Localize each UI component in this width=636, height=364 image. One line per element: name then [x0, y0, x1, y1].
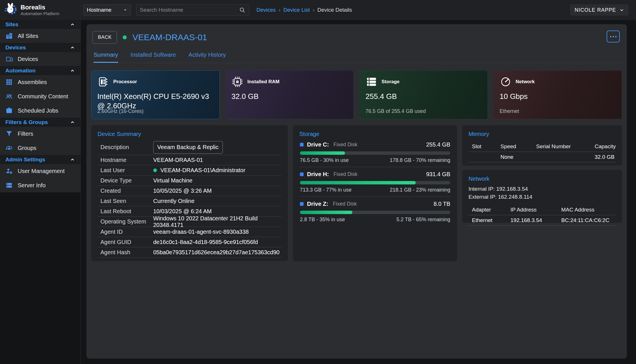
col-capacity: Capacity	[595, 143, 616, 150]
stat-subtext: 2.60GHz (16-Cores)	[97, 108, 144, 114]
summary-row-last-user: Last User VEEAM-DRAAS-01\Administrator	[98, 165, 282, 176]
row-value: VEEAM-DRAAS-01	[153, 157, 203, 163]
breadcrumb-device-list[interactable]: Device List	[283, 7, 310, 13]
more-actions-button[interactable]	[607, 30, 620, 42]
drive-bullet-icon	[300, 202, 304, 206]
row-label: Hostname	[100, 157, 153, 163]
row-label: Agent ID	[100, 229, 153, 235]
sidebar-item-user-management[interactable]: User Management	[0, 164, 80, 178]
nav-item-label: Devices	[18, 56, 38, 62]
network-table-header: Adapter IP Address MAC Address	[469, 205, 616, 215]
tab-installed-software[interactable]: Installed Software	[131, 52, 176, 63]
stat-value: 32.0 GB	[231, 92, 348, 101]
drive-type: Fixed Disk	[334, 171, 358, 177]
page-title: VEEAM-DRAAS-01	[132, 32, 207, 42]
search-input[interactable]	[140, 7, 239, 13]
drive-usage-bar	[300, 181, 450, 184]
memory-table-row: None 32.0 GB	[469, 152, 616, 162]
summary-row-last-seen: Last Seen Currently Online	[98, 196, 282, 206]
device-summary-panel: Device Summary Description Hostname VEEA…	[91, 125, 288, 261]
summary-row-device-type: Device Type Virtual Machine	[98, 176, 282, 186]
summary-row-agent-hash: Agent Hash 05ba0e7935171d626ecea29b27d7a…	[98, 247, 282, 258]
page-header: BACK VEEAM-DRAAS-01	[91, 30, 622, 44]
sidebar-item-scheduled-jobs[interactable]: Scheduled Jobs	[0, 103, 80, 118]
drive-row-h: Drive H: Fixed Disk 931.4 GB 713.3 GB - …	[299, 167, 451, 197]
network-panel: Network Internal IP: 192.168.3.54 Extern…	[462, 170, 622, 223]
col-speed: Speed	[500, 143, 536, 150]
row-value: veeam-draas-01-agent-svc-8930a338	[153, 229, 249, 235]
device-details-card: BACK VEEAM-DRAAS-01 Summary Installed So…	[86, 24, 627, 359]
row-value: 10/03/2025 @ 6:24 AM	[153, 208, 212, 215]
breadcrumb-current: Device Details	[317, 7, 352, 13]
stat-cards: Processor Intel(R) Xeon(R) CPU E5-2690 v…	[91, 70, 622, 119]
ellipsis-icon	[610, 36, 611, 37]
sidebar-item-community-content[interactable]: Community Content	[0, 89, 80, 103]
cell-adapter: Ethernet	[472, 217, 510, 223]
row-label: Last Seen	[100, 198, 153, 204]
description-input[interactable]	[153, 141, 223, 154]
summary-row-hostname: Hostname VEEAM-DRAAS-01	[98, 155, 282, 165]
installed-ram-card: Installed RAM 32.0 GB	[225, 70, 354, 119]
sidebar-item-filters[interactable]: Filters	[0, 127, 80, 141]
summary-row-agent-guid: Agent GUID de16c0c1-8aa2-4d18-9585-9ce91…	[98, 237, 282, 247]
storage-card: Storage 255.4 GB 76.5 GB of 255.4 GB use…	[360, 70, 488, 119]
drive-name: Drive Z:	[307, 201, 328, 207]
panel-title: Network	[469, 176, 616, 182]
memory-table-header: Slot Speed Serial Number Capacity	[469, 141, 616, 152]
breadcrumb-devices[interactable]: Devices	[257, 7, 276, 13]
nav-item-label: User Management	[18, 168, 65, 174]
drive-usage-bar	[300, 151, 450, 155]
sidebar-section-filters-groups[interactable]: Filters & Groups	[0, 118, 80, 127]
breadcrumb: Devices › Device List › Device Details	[257, 7, 352, 13]
stat-value: 255.4 GB	[366, 92, 482, 101]
sidebar-section-sites[interactable]: Sites	[0, 20, 80, 29]
back-button[interactable]: BACK	[92, 31, 117, 44]
drive-type: Fixed Disk	[334, 142, 358, 148]
sidebar-item-groups[interactable]: Groups	[0, 141, 80, 155]
tab-activity-history[interactable]: Activity History	[189, 52, 226, 63]
sidebar-item-devices[interactable]: Devices	[0, 52, 80, 66]
cell-speed: None	[500, 154, 536, 160]
drive-type: Fixed Disk	[333, 201, 357, 207]
server-icon	[5, 182, 13, 189]
summary-row-agent-id: Agent ID veeam-draas-01-agent-svc-8930a3…	[98, 227, 282, 237]
row-value: Currently Online	[153, 198, 195, 204]
breadcrumb-separator: ›	[313, 7, 314, 13]
grid-icon	[5, 78, 13, 86]
devices-icon	[5, 55, 13, 63]
drive-row-c: Drive C: Fixed Disk 255.4 GB 76.5 GB - 3…	[299, 137, 451, 167]
online-status-dot	[123, 35, 127, 39]
user-menu[interactable]: NICOLE RAPPE	[570, 4, 629, 16]
sidebar-section-devices[interactable]: Devices	[0, 43, 80, 52]
cell-ip-address: 192.168.3.54	[510, 217, 561, 223]
cell-mac-address: BC:24:11:CA:C6:2C	[561, 217, 616, 223]
sidebar-section-admin-settings[interactable]: Admin Settings	[0, 155, 80, 164]
topbar: Hostname Devices › Device List › Device …	[81, 0, 636, 20]
detail-panels: Device Summary Description Hostname VEEA…	[91, 125, 622, 261]
row-label: Last User	[100, 167, 153, 174]
section-label: Sites	[5, 21, 18, 28]
sidebar-section-automation[interactable]: Automation	[0, 66, 80, 75]
search-field-select[interactable]: Hostname	[83, 4, 131, 16]
drive-name: Drive H:	[307, 171, 329, 178]
brand-header: Borealis Automation Platform	[0, 0, 80, 20]
drive-used-text: 2.8 TB - 35% in use	[300, 217, 345, 223]
storage-panel: Storage Drive C: Fixed Disk 255.4 GB 76.…	[293, 125, 457, 261]
sidebar-item-server-info[interactable]: Server Info	[0, 178, 80, 192]
brand-subtitle: Automation Platform	[21, 11, 59, 16]
sidebar-item-assemblies[interactable]: Assemblies	[0, 75, 80, 89]
drive-size: 8.0 TB	[433, 201, 450, 207]
summary-row-description: Description	[98, 140, 282, 155]
storage-stack-icon	[366, 76, 377, 88]
chevron-down-icon	[619, 8, 624, 12]
tab-summary[interactable]: Summary	[94, 52, 118, 63]
sidebar-item-all-sites[interactable]: All Sites	[0, 29, 80, 43]
search-icon[interactable]	[239, 7, 245, 13]
drive-bullet-icon	[300, 172, 304, 176]
drive-remaining-text: 178.8 GB - 70% remaining	[390, 157, 450, 163]
col-serial-number: Serial Number	[536, 143, 595, 150]
section-label: Admin Settings	[5, 156, 45, 163]
selected-filter-label: Hostname	[87, 7, 112, 13]
stat-title: Storage	[381, 79, 399, 85]
panel-title: Storage	[299, 131, 451, 137]
